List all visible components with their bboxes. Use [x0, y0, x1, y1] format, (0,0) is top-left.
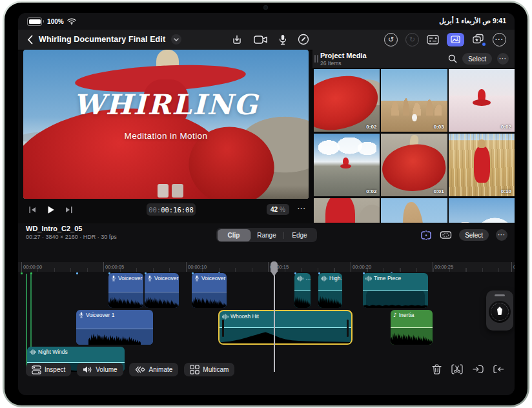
chevron-down-icon: [174, 38, 179, 41]
project-media-panel: Project Media 26 Items Select ··· 0:02: [312, 50, 515, 223]
ruler-label: 00:00:05: [105, 264, 124, 270]
inspector-icon[interactable]: [427, 35, 439, 45]
media-more-button[interactable]: ···: [497, 53, 509, 65]
animate-icon: [135, 365, 146, 374]
media-thumbnail[interactable]: 0:03: [381, 69, 447, 132]
media-thumbnail[interactable]: [314, 198, 380, 223]
selected-clip-meta: 00:27 · 3840 × 2160 · HDR · 30 fps: [26, 234, 117, 240]
clip-duration: 0:02: [501, 124, 511, 130]
battery-icon: [27, 17, 42, 26]
bottom-toolbar: Inspect Volume Animate: [18, 363, 515, 378]
media-thumbnail[interactable]: 0:02: [314, 134, 380, 196]
media-thumbnail[interactable]: [449, 198, 515, 223]
search-icon[interactable]: [448, 54, 457, 63]
photo-icon: [451, 36, 460, 43]
split-clip-icon[interactable]: [451, 364, 463, 374]
jog-wheel-control[interactable]: [486, 291, 513, 331]
title-menu-button[interactable]: [171, 34, 181, 45]
trim-handle-left[interactable]: [222, 320, 224, 337]
timecode-display[interactable]: 00:00:16:08: [147, 203, 196, 216]
timeline-clip-voiceover1[interactable]: Voiceover 1: [76, 310, 153, 345]
media-thumbnail[interactable]: 0:01: [381, 134, 447, 196]
timeline-clip-high[interactable]: High…: [318, 273, 342, 308]
jog-drag-handle[interactable]: [495, 294, 505, 296]
timecode-hours: 00:: [148, 206, 161, 214]
animate-button[interactable]: Animate: [129, 363, 179, 376]
timeline-clip-time-piece[interactable]: Time Piece: [363, 273, 428, 308]
media-thumbnail[interactable]: 0:02: [449, 69, 515, 132]
clip-label: Voiceover 2: [154, 275, 179, 281]
redo-button[interactable]: ↻: [405, 33, 419, 46]
media-select-button[interactable]: Select: [462, 53, 492, 65]
ruler-label: 00:00:30: [513, 264, 515, 270]
delete-icon[interactable]: [432, 364, 442, 374]
media-header: Project Media 26 Items Select ···: [312, 50, 515, 68]
playhead-handle[interactable]: [271, 261, 278, 276]
clip-duration: 0:02: [366, 124, 376, 130]
timeline-select-button[interactable]: Select: [459, 229, 489, 241]
timeline-clip-voiceover2-a[interactable]: Voiceover 2: [108, 273, 143, 308]
timeline-more-button[interactable]: ···: [496, 229, 507, 241]
pencil-draw-icon[interactable]: [298, 34, 309, 45]
viewer-zoom-control[interactable]: 42 %: [267, 204, 289, 215]
clip-label: Inertia: [399, 312, 414, 318]
ruler-label: 00:00:20: [353, 264, 371, 270]
camera-icon[interactable]: [254, 35, 268, 45]
viewer-more-button[interactable]: ···: [298, 205, 306, 212]
jog-dial[interactable]: [489, 301, 511, 323]
media-thumbnail[interactable]: 0:10: [449, 134, 515, 196]
clip-label: …: [305, 275, 311, 281]
clip-duration: 0:02: [366, 189, 376, 194]
mode-edge[interactable]: Edge: [283, 229, 316, 241]
ruler-label: 00:00:25: [435, 264, 453, 270]
timeline-clip-voiceover2-b[interactable]: Voiceover 2: [145, 273, 179, 308]
clip-duration: 0:01: [434, 189, 444, 194]
music-note-icon: ♪: [393, 312, 397, 318]
previous-frame-button[interactable]: [28, 206, 37, 214]
multicam-icon: [190, 365, 200, 374]
mode-range[interactable]: Range: [251, 229, 283, 241]
notification-dot: [482, 43, 486, 46]
timeline-clip-whoosh-hit-selected[interactable]: Whoosh Hit: [218, 310, 353, 345]
clip-label: Voiceover 1: [86, 312, 114, 318]
multicam-button[interactable]: Multicam: [184, 363, 234, 376]
clip-label: Voiceover 2: [118, 275, 143, 281]
connect-clip-icon[interactable]: [440, 230, 452, 240]
titles-effects-button[interactable]: [472, 34, 485, 45]
volume-button[interactable]: Volume: [77, 363, 123, 376]
trim-handle-right[interactable]: [347, 320, 349, 337]
video-subtitle-overlay: Meditation in Motion: [23, 131, 309, 141]
import-media-icon[interactable]: [231, 34, 243, 45]
play-button[interactable]: [46, 205, 55, 214]
mic-icon[interactable]: [279, 34, 287, 45]
video-viewer[interactable]: WHIRLING Meditation in Motion: [23, 50, 309, 199]
mode-clip[interactable]: Clip: [218, 229, 251, 241]
clip-label: Time Piece: [374, 275, 401, 281]
media-browser-button-active[interactable]: [447, 33, 464, 46]
media-thumbnail[interactable]: [381, 198, 447, 223]
inspect-button[interactable]: Inspect: [26, 363, 71, 376]
insert-clip-icon[interactable]: [473, 365, 484, 374]
selected-clip-name: WD_Intro_C2_05: [26, 225, 117, 232]
timeline-clip-inertia[interactable]: ♪Inertia: [391, 310, 433, 345]
timeline-ruler[interactable]: 00:00:00 00:00:05 00:00:10 00:00:15 00:0…: [18, 262, 515, 272]
back-icon[interactable]: [27, 35, 33, 45]
next-frame-button[interactable]: [65, 206, 73, 214]
scene-legs: [158, 184, 169, 198]
panel-drag-handle[interactable]: [314, 55, 318, 63]
playhead-line: [274, 263, 275, 372]
clip-label: High…: [329, 275, 342, 281]
more-button[interactable]: ···: [493, 33, 506, 46]
media-thumbnail[interactable]: 0:02: [314, 69, 380, 132]
zoom-unit: %: [280, 206, 285, 213]
timeline-clip-sfx-small[interactable]: …: [294, 273, 311, 308]
overwrite-clip-icon[interactable]: [493, 365, 504, 374]
ruler-label: 00:00:00: [23, 264, 42, 270]
snapping-toggle-icon[interactable]: [420, 230, 433, 241]
timeline-clip-voiceover3[interactable]: Voiceover 3: [192, 273, 227, 308]
app-screen: 100% 9:41 ص الأربعاء 1 أبريل Whirling Do…: [18, 13, 515, 395]
undo-button[interactable]: ↺: [384, 33, 398, 46]
video-title-overlay: WHIRLING: [23, 88, 309, 121]
project-title: Whirling Documentary Final Edit: [39, 35, 165, 44]
media-panel-title: Project Media: [320, 52, 367, 59]
